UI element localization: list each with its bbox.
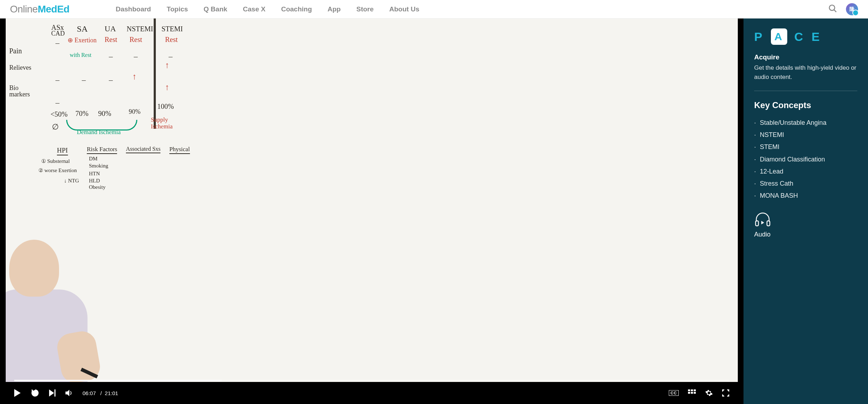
svg-marker-3 [49, 389, 54, 397]
wb-null: ∅ [52, 122, 59, 132]
wb-demand: Demand Ischemia [77, 129, 121, 136]
wb-hpi-title: HPI [57, 147, 68, 155]
wb-pct-1: <50% [51, 110, 68, 118]
wb-dash-8: – [55, 98, 59, 107]
svg-marker-5 [65, 390, 69, 396]
wb-risk-3: HTN [89, 171, 100, 177]
pace-a: A [771, 28, 787, 45]
nav-about[interactable]: About Us [389, 5, 419, 13]
content: ASx CAD SA UA NSTEMI STEMI Pain Relieves… [0, 18, 868, 404]
controls-right: CC [669, 389, 729, 397]
svg-rect-12 [756, 221, 758, 226]
headphones-icon [754, 212, 771, 227]
kc-item: 12-Lead [754, 165, 857, 177]
wb-assoc: Associated Sxs [126, 146, 160, 153]
svg-marker-14 [761, 221, 764, 224]
nav-store[interactable]: Store [356, 5, 374, 13]
volume-button[interactable] [65, 389, 73, 397]
chapters-button[interactable] [688, 389, 696, 397]
presenter [6, 240, 109, 382]
wb-row-bio: Biomarkers [9, 85, 30, 97]
progress-bar[interactable] [14, 380, 729, 381]
wb-pct-3: 90% [98, 110, 111, 118]
acquire-title: Acquire [754, 53, 857, 61]
settings-button[interactable] [705, 389, 713, 397]
wb-col-nstemi: NSTEMI [127, 25, 153, 33]
kc-item: Stress Cath [754, 177, 857, 190]
nav-dashboard[interactable]: Dashboard [116, 5, 151, 13]
wb-rest-1: Rest [105, 36, 117, 44]
wb-rest-3: Rest [165, 36, 178, 44]
svg-rect-9 [688, 392, 690, 394]
key-concepts-title: Key Concepts [754, 100, 857, 110]
wb-rest-2: Rest [129, 36, 142, 44]
pace-c: C [794, 30, 805, 44]
wb-hpi-3: ↓ NTG [64, 178, 79, 184]
wb-row-relieves: Relieves [9, 64, 31, 71]
wb-dash-1: – [55, 38, 59, 48]
svg-rect-13 [767, 221, 770, 226]
wb-dash-3: – [134, 52, 138, 61]
svg-point-0 [829, 5, 835, 10]
wb-exertion: ⊕ Exertion [68, 36, 96, 44]
wb-arrow-1: ↑ [132, 72, 137, 81]
progress-fill [14, 380, 222, 381]
wb-risk-1: DM [89, 156, 97, 162]
audio-button[interactable]: Audio [754, 212, 857, 238]
wb-pct-4: 90% [129, 108, 141, 116]
wb-dash-4: – [169, 52, 173, 61]
wb-pct-5: 100% [157, 102, 174, 111]
wb-hpi-1: ① Substernal [41, 158, 70, 164]
search-icon[interactable] [828, 4, 837, 15]
total-time: 21:01 [105, 390, 118, 396]
wb-phys: Physical [169, 146, 190, 154]
wb-col-stemi: STEMI [162, 25, 183, 33]
wb-risk-4: HLD [89, 178, 100, 184]
wb-dash-6: – [82, 75, 86, 85]
svg-marker-2 [14, 389, 21, 397]
brand-logo[interactable]: OnlineMedEd [10, 4, 69, 15]
kc-item: MONA BASH [754, 190, 857, 202]
play-button[interactable] [14, 389, 21, 397]
fullscreen-button[interactable] [722, 389, 729, 397]
wb-risk-title: Risk Factors [87, 146, 117, 154]
wb-withrest: with Rest [70, 52, 91, 58]
wb-supply: SupplyIschemia [151, 117, 173, 130]
avatar-text: 隆 [850, 6, 854, 12]
svg-rect-4 [54, 389, 55, 397]
wb-dash-2: – [109, 52, 113, 61]
kc-item: Stable/Unstable Angina [754, 117, 857, 129]
video-controls: 10 06:07 / 21:01 CC [6, 382, 738, 404]
current-time: 06:07 [83, 390, 96, 396]
kc-item: NSTEMI [754, 129, 857, 141]
avatar[interactable]: 隆 [846, 3, 858, 15]
time-separator: / [100, 390, 102, 396]
sidebar: P A C E Acquire Get the details with hig… [743, 18, 868, 404]
svg-rect-11 [694, 392, 696, 394]
rewind-10-button[interactable]: 10 [31, 388, 40, 398]
nav-topics[interactable]: Topics [166, 5, 188, 13]
nav-coaching[interactable]: Coaching [281, 5, 312, 13]
nav-casex[interactable]: Case X [243, 5, 265, 13]
video-frame[interactable]: ASx CAD SA UA NSTEMI STEMI Pain Relieves… [6, 18, 738, 382]
next-button[interactable] [49, 389, 56, 397]
audio-label: Audio [754, 231, 857, 238]
nav-app[interactable]: App [328, 5, 341, 13]
pace-e: E [811, 30, 821, 44]
kc-item: STEMI [754, 141, 857, 153]
captions-button[interactable]: CC [669, 390, 679, 396]
whiteboard-divider [154, 18, 156, 129]
divider [754, 91, 857, 91]
wb-cad: CAD [51, 30, 65, 37]
svg-rect-8 [694, 389, 696, 391]
acquire-desc: Get the details with high-yield video or… [754, 63, 857, 81]
wb-risk-5: Obesity [89, 184, 106, 190]
wb-hpi-2: ② worse Exertion [38, 167, 77, 174]
wb-col-sa: SA [77, 24, 88, 34]
whiteboard: ASx CAD SA UA NSTEMI STEMI Pain Relieves… [6, 18, 738, 382]
brand-post: Ed [57, 4, 69, 15]
nav-qbank[interactable]: Q Bank [203, 5, 227, 13]
svg-rect-7 [691, 389, 693, 391]
brand-pre: Online [10, 4, 38, 15]
wb-dash-5: – [55, 75, 59, 85]
